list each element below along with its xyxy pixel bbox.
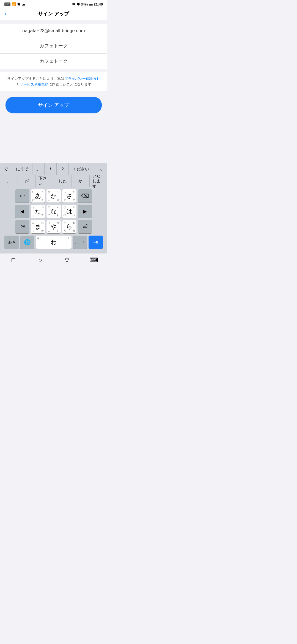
key-na-sub-br: ね: [57, 214, 59, 217]
key-ra-sub-tl: り: [64, 221, 66, 225]
signal-icon: 📶: [12, 2, 16, 6]
battery-pct: 34%: [81, 2, 88, 6]
suggestion-de[interactable]: で: [0, 163, 12, 175]
bottom-nav: □ ○ ▽ ⌨: [0, 253, 107, 269]
key-ta[interactable]: ち つ た と て: [31, 205, 45, 218]
suggestion-shita[interactable]: した: [54, 175, 72, 187]
status-left: HD 📶 ⌘ ☁: [4, 2, 25, 6]
nav-keyboard[interactable]: ⌨: [90, 256, 98, 264]
cloud-icon: ☁: [22, 2, 25, 6]
key-na-main: な: [51, 208, 57, 214]
key-sa-sub-bl: そ: [64, 198, 66, 202]
key-left-arrow[interactable]: ◀: [15, 205, 29, 218]
key-punctuation[interactable]: 。．！: [73, 236, 87, 249]
display-name-field[interactable]: カフェトーク: [0, 54, 107, 69]
suggestion-ka[interactable]: か: [72, 175, 90, 187]
key-backspace-left[interactable]: ↩: [15, 189, 29, 203]
status-bar: HD 📶 ⌘ ☁ 👁 ✱ 34% ▬ 21:40: [0, 0, 107, 7]
username-field[interactable]: カフェトーク: [0, 38, 107, 54]
key-a-sub-tl: い: [32, 190, 35, 194]
key-row-1: ↩ い う あ お え き く か こ け し す さ そ せ ⌫: [1, 189, 106, 203]
privacy-link[interactable]: プライバシー保護方針: [64, 77, 100, 81]
key-ma-sub-br: め: [41, 229, 44, 233]
nav-recent[interactable]: ▽: [63, 256, 71, 264]
key-sa-sub-br: せ: [73, 198, 75, 202]
key-ra[interactable]: り る ら ろ れ: [62, 220, 76, 233]
key-sa[interactable]: し す さ そ せ: [62, 189, 76, 203]
battery-icon: ▬: [89, 2, 93, 6]
terms-text-before: サインアップすることにより、私は: [7, 77, 64, 81]
key-ya-sub-br: ）: [57, 229, 59, 233]
key-symbols[interactable]: !?#: [15, 220, 29, 233]
suggestion-question[interactable]: ？: [57, 163, 69, 175]
suggestion-nimade[interactable]: にまで: [12, 163, 32, 175]
terms-block: サインアップすることにより、私はプライバシー保護方針とサービス利用規約に同意した…: [0, 72, 107, 91]
key-ya-sub-tl: （: [48, 221, 50, 225]
key-kana-toggle[interactable]: あ a: [4, 236, 19, 249]
key-delete[interactable]: ⌫: [78, 189, 92, 203]
bluetooth-icon: ✱: [77, 2, 80, 6]
key-a-sub-br: え: [41, 198, 44, 202]
key-row-3: !?# み む ま も め （ ゆ や よ ） り る ら ろ れ ⏎: [1, 220, 106, 233]
key-ya-main: や: [51, 224, 57, 230]
key-ha-sub-br: へ: [73, 214, 75, 217]
suggestion-kudasai[interactable]: ください: [69, 163, 93, 175]
key-sa-sub-tl: し: [64, 190, 66, 194]
wifi-icon: ⌘: [17, 2, 21, 6]
email-field[interactable]: nagata+23@small-bridge.com: [0, 24, 107, 38]
key-ha-main: は: [66, 208, 73, 214]
key-ha[interactable]: ひ ふ は ほ へ: [62, 205, 76, 218]
suggestion-ga[interactable]: が: [18, 175, 36, 187]
key-na-sub-tr: ぬ: [57, 206, 59, 209]
key-ra-sub-tr: る: [73, 221, 75, 225]
key-globe[interactable]: 🌐: [20, 236, 34, 249]
keyboard: ↩ い う あ お え き く か こ け し す さ そ せ ⌫ ◀: [0, 187, 107, 253]
key-wa-sub-br: ー: [68, 244, 70, 248]
key-return[interactable]: ⏎: [78, 220, 92, 233]
key-a-main: あ: [35, 193, 41, 199]
key-ma[interactable]: み む ま も め: [31, 220, 45, 233]
key-ka[interactable]: き く か こ け: [46, 189, 61, 203]
nav-home[interactable]: □: [10, 256, 17, 264]
suggestion-exclaim[interactable]: ！: [45, 163, 57, 175]
suggestion-period[interactable]: 。: [32, 163, 45, 175]
clock: 21:40: [94, 2, 103, 6]
key-na-sub-bl: の: [48, 214, 50, 217]
key-ma-main: ま: [35, 224, 41, 230]
key-row-4: あ a 🌐 を ん わ 〜 ー 。．！ ⇥: [1, 236, 106, 249]
terms-link[interactable]: サービス利用規約: [20, 82, 48, 86]
key-row-2: ◀ ち つ た と て に ぬ な の ね ひ ふ は ほ へ ▶: [1, 205, 106, 218]
key-right-arrow[interactable]: ▶: [78, 205, 92, 218]
key-wa-sub-tr: ん: [68, 236, 70, 240]
keyboard-suggestions-row1: で にまで 。 ！ ？ ください ⌄: [0, 163, 107, 175]
key-ra-sub-bl: ろ: [64, 229, 66, 233]
page-title: サイン アップ: [38, 10, 69, 17]
keyboard-suggestions-row2: 、 が 下さい した か いたします: [0, 175, 107, 187]
back-button[interactable]: ‹: [4, 11, 6, 17]
status-right: 👁 ✱ 34% ▬ 21:40: [72, 2, 103, 6]
suggestion-itashimasu[interactable]: いたします: [90, 175, 107, 187]
key-ka-sub-br: け: [57, 198, 59, 202]
key-ya[interactable]: （ ゆ や よ ）: [46, 220, 61, 233]
key-ta-sub-bl: と: [32, 214, 35, 217]
key-sa-sub-tr: す: [73, 190, 75, 194]
suggestion-kudasai2[interactable]: 下さい: [36, 175, 54, 187]
suggestion-ten[interactable]: 、: [0, 175, 18, 187]
key-ya-sub-bl: よ: [48, 229, 50, 233]
signup-button[interactable]: サイン アップ: [6, 97, 102, 113]
nav-bar: ‹ サイン アップ: [0, 7, 107, 20]
key-na[interactable]: に ぬ な の ね: [46, 205, 61, 218]
key-ka-main: か: [51, 193, 57, 199]
key-ta-sub-br: て: [41, 214, 44, 217]
key-wa-sub-bl: 〜: [37, 244, 40, 248]
key-enter[interactable]: ⇥: [89, 236, 103, 249]
form-container: nagata+23@small-bridge.com カフェトーク カフェトーク: [0, 24, 107, 69]
key-ta-main: た: [35, 208, 41, 214]
empty-space: [0, 119, 107, 163]
terms-text-after: に同意したことになります: [48, 82, 91, 86]
nav-back[interactable]: ○: [36, 256, 44, 264]
key-wa[interactable]: を ん わ 〜 ー: [36, 236, 72, 249]
hd-label: HD: [4, 2, 10, 6]
key-ma-sub-bl: も: [32, 229, 35, 233]
key-a[interactable]: い う あ お え: [31, 189, 45, 203]
